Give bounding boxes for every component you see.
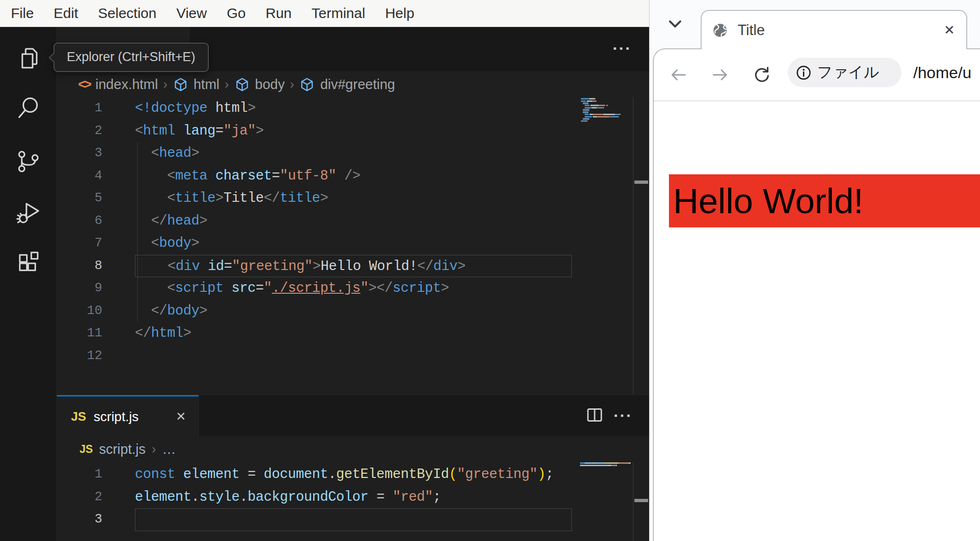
tooltip-text: Explorer (Ctrl+Shift+E) — [67, 50, 196, 64]
tab-script-js[interactable]: JS script.js ✕ — [57, 395, 199, 437]
menu-item-help[interactable]: Help — [375, 0, 424, 27]
line-number[interactable]: 6 — [57, 210, 114, 233]
line-number[interactable]: 7 — [57, 232, 114, 255]
tab-search-button[interactable] — [667, 16, 686, 35]
line-number[interactable]: 10 — [57, 300, 114, 323]
code-line[interactable]: 2<html lang="ja"> — [57, 120, 649, 143]
sidebar-item-extensions[interactable] — [0, 246, 57, 280]
line-number[interactable]: 11 — [57, 322, 114, 345]
sidebar-item-search[interactable] — [0, 92, 57, 126]
code-line[interactable]: 3 <head> — [57, 142, 649, 165]
js-code-editor[interactable]: 1const element = document.getElementById… — [57, 463, 649, 531]
screenshot-root: FileEditSelectionViewGoRunTerminalHelp — [0, 0, 980, 541]
line-number[interactable]: 3 — [57, 508, 114, 531]
forward-button[interactable] — [711, 65, 730, 84]
code-line[interactable]: 3 — [57, 508, 649, 531]
code-line[interactable]: 10 </body> — [57, 300, 649, 323]
symbol-element-icon — [299, 77, 315, 92]
minimap[interactable] — [581, 98, 621, 125]
line-number[interactable]: 1 — [57, 463, 114, 486]
menu-item-edit[interactable]: Edit — [44, 0, 88, 27]
globe-icon — [712, 22, 728, 38]
code-line[interactable]: 1<!doctype html> — [57, 97, 649, 120]
extensions-icon — [15, 249, 42, 277]
line-number[interactable]: 12 — [57, 345, 114, 368]
browser-window: Title ✕ — [649, 0, 980, 541]
code-line[interactable]: 5 <title>Title</title> — [57, 187, 649, 210]
breadcrumb-file[interactable]: index.html — [96, 77, 158, 92]
breadcrumb-segment[interactable]: html — [194, 77, 220, 92]
code-line[interactable]: 9 <script src="./script.js"></script> — [57, 277, 649, 300]
browser-tab[interactable]: Title ✕ — [701, 10, 967, 49]
js-file-icon: JS — [71, 409, 86, 424]
sidebar-item-run-and-debug[interactable] — [0, 197, 57, 230]
code-line[interactable]: 12 — [57, 345, 649, 368]
code-line[interactable]: 11</html> — [57, 322, 649, 345]
breadcrumb-separator: › — [151, 442, 156, 457]
editor-more-actions-icon[interactable]: ··· — [614, 406, 633, 425]
sidebar-item-source-control[interactable] — [0, 146, 57, 179]
menu-bar: FileEditSelectionViewGoRunTerminalHelp — [0, 0, 649, 27]
line-number[interactable]: 5 — [57, 187, 114, 210]
breadcrumb: <> index.html › html › body › div#greeti… — [78, 71, 395, 98]
line-number[interactable]: 2 — [57, 120, 114, 143]
chevron-down-icon — [667, 25, 683, 33]
cursor-position-mark — [634, 499, 648, 502]
menu-item-terminal[interactable]: Terminal — [302, 0, 375, 27]
menu-item-view[interactable]: View — [166, 0, 216, 27]
close-tab-icon[interactable]: ✕ — [944, 22, 955, 38]
greeting-div: Hello World! — [669, 174, 980, 227]
breadcrumb-segment[interactable]: div#greeting — [320, 77, 395, 92]
code-line[interactable]: 4 <meta charset="utf-8" /> — [57, 165, 649, 188]
split-editor-icon[interactable] — [585, 406, 604, 424]
breadcrumb-segment[interactable]: body — [255, 77, 285, 92]
symbol-element-icon — [234, 77, 250, 92]
line-number[interactable]: 3 — [57, 142, 114, 165]
menu-item-run[interactable]: Run — [256, 0, 302, 27]
menu-item-selection[interactable]: Selection — [88, 0, 166, 27]
line-number[interactable]: 2 — [57, 486, 114, 509]
menu-item-go[interactable]: Go — [217, 0, 256, 27]
html-file-icon: <> — [78, 77, 90, 92]
back-button[interactable] — [669, 65, 688, 84]
line-number[interactable]: 4 — [57, 165, 114, 188]
browser-toolbar: ファイル /home/u — [654, 49, 980, 101]
info-icon — [796, 65, 811, 81]
code-line[interactable]: 2element.style.backgroundColor = "red"; — [57, 486, 649, 509]
overview-ruler — [633, 462, 633, 541]
reload-icon — [752, 78, 771, 86]
vscode-window: FileEditSelectionViewGoRunTerminalHelp — [0, 0, 649, 541]
minimap[interactable] — [580, 462, 631, 469]
line-number[interactable]: 9 — [57, 277, 114, 300]
breadcrumb-separator: › — [290, 77, 294, 92]
editor-more-actions-icon[interactable]: ··· — [613, 39, 632, 58]
code-line[interactable]: 1const element = document.getElementById… — [57, 463, 649, 486]
site-info-chip[interactable]: ファイル — [788, 58, 901, 87]
code-line[interactable]: 7 <body> — [57, 232, 649, 255]
browser-page-content: Hello World! — [655, 102, 980, 541]
close-tab-icon[interactable]: ✕ — [176, 409, 186, 424]
breadcrumb-js: JS script.js › … — [80, 436, 176, 462]
code-line[interactable]: 6 </head> — [57, 210, 649, 233]
cursor-position-mark — [634, 180, 648, 184]
forward-arrow-icon — [711, 78, 730, 86]
breadcrumb-separator: › — [225, 77, 229, 92]
browser-surface: ファイル /home/u Hello World! — [653, 48, 980, 541]
code-line[interactable]: 8 <div id="greeting">Hello World!</div> — [57, 255, 649, 278]
breadcrumb-file[interactable]: script.js — [99, 442, 145, 457]
chip-label: ファイル — [817, 62, 879, 83]
reload-button[interactable] — [752, 65, 771, 84]
back-arrow-icon — [669, 78, 688, 86]
line-number[interactable]: 8 — [57, 255, 114, 278]
line-number[interactable]: 1 — [57, 97, 114, 120]
js-file-icon: JS — [80, 443, 93, 456]
activity-bar — [0, 27, 57, 541]
editor-area: ··· Explorer (Ctrl+Shift+E) <> index.htm… — [57, 27, 649, 541]
menu-item-file[interactable]: File — [1, 0, 44, 27]
address-bar-url[interactable]: /home/u — [913, 49, 971, 96]
breadcrumb-more[interactable]: … — [162, 442, 176, 457]
source-control-icon — [15, 148, 42, 177]
sidebar-item-explorer[interactable] — [0, 43, 57, 76]
explorer-icon — [15, 45, 42, 73]
html-code-editor[interactable]: 1<!doctype html>2<html lang="ja">3 <head… — [57, 97, 649, 367]
